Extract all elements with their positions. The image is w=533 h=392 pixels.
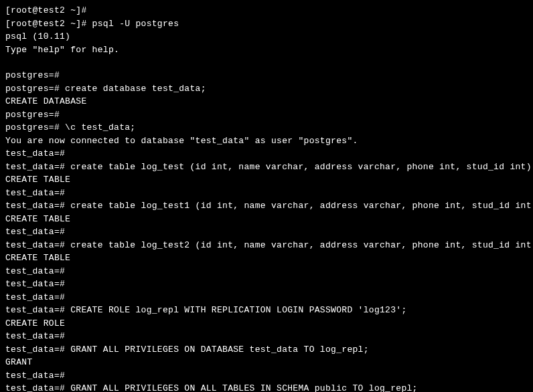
terminal-line: postgres=# create database test_data; — [5, 82, 528, 96]
terminal-line: [root@test2 ~]# — [5, 4, 528, 17]
terminal-line: CREATE ROLE — [5, 317, 528, 330]
terminal-line: CREATE DATABASE — [5, 95, 528, 108]
terminal-line: GRANT — [5, 356, 528, 369]
terminal-line: psql (10.11) — [5, 30, 528, 43]
terminal-line: test_data=# — [5, 225, 528, 239]
terminal-line: test_data=# — [5, 187, 528, 200]
terminal-line: CREATE TABLE — [5, 213, 528, 226]
terminal-line: test_data=# — [5, 265, 528, 278]
terminal-line: test_data=# — [5, 147, 528, 161]
terminal-line: test_data=# GRANT ALL PRIVILEGES ON DATA… — [5, 343, 528, 357]
terminal-line: postgres=# — [5, 69, 528, 82]
terminal-line: test_data=# — [5, 291, 528, 304]
terminal-line — [5, 56, 528, 69]
terminal-line: postgres=# \c test_data; — [5, 121, 528, 134]
terminal-line: test_data=# CREATE ROLE log_repl WITH RE… — [5, 304, 528, 317]
terminal-line: test_data=# — [5, 369, 528, 383]
terminal-line: test_data=# create table log_test2 (id i… — [5, 239, 528, 252]
terminal-line: test_data=# create table log_test (id in… — [5, 161, 528, 174]
terminal-line: You are now connected to database "test_… — [5, 134, 528, 148]
terminal-line: test_data=# — [5, 330, 528, 343]
terminal-line: test_data=# — [5, 278, 528, 291]
terminal-line: postgres=# — [5, 108, 528, 122]
terminal-line: CREATE TABLE — [5, 252, 528, 265]
terminal-line: test_data=# create table log_test1 (id i… — [5, 199, 528, 213]
terminal-window[interactable]: [root@test2 ~]# [root@test2 ~]# psql -U … — [5, 4, 528, 392]
terminal-line: test_data=# GRANT ALL PRIVILEGES ON ALL … — [5, 382, 528, 392]
terminal-line: Type "help" for help. — [5, 43, 528, 57]
terminal-line: [root@test2 ~]# psql -U postgres — [5, 17, 528, 31]
terminal-line: CREATE TABLE — [5, 173, 528, 187]
